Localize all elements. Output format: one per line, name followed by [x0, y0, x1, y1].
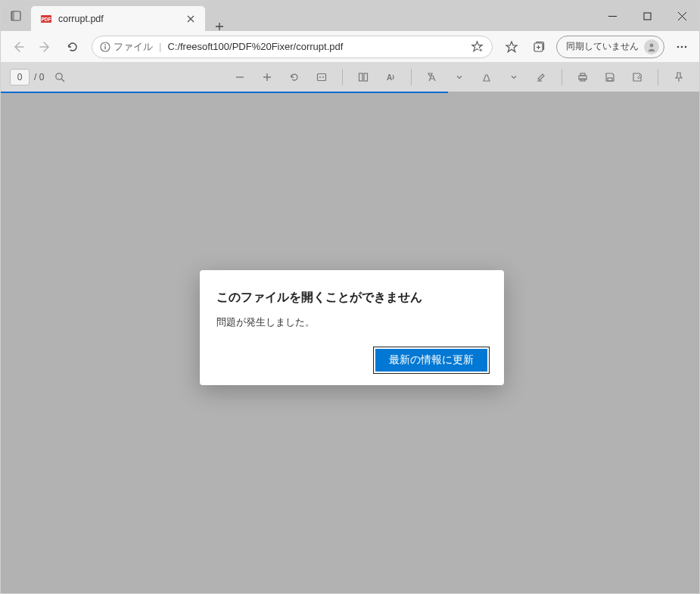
print-button[interactable]	[571, 66, 594, 89]
new-tab-button[interactable]	[207, 22, 232, 31]
window-close-button[interactable]	[664, 1, 699, 31]
tab-strip: PDF corrupt.pdf	[31, 1, 232, 31]
svg-point-13	[685, 45, 687, 48]
dialog-title: このファイルを開くことができません	[216, 290, 487, 306]
plus-icon	[215, 22, 224, 31]
rotate-button[interactable]	[283, 66, 306, 89]
plus-icon	[262, 72, 272, 82]
person-icon	[646, 42, 657, 52]
arrow-left-icon	[11, 40, 25, 54]
svg-point-11	[677, 45, 680, 48]
svg-rect-7	[104, 46, 105, 49]
favorites-button[interactable]	[499, 34, 524, 60]
chevron-down-icon	[456, 73, 463, 81]
svg-text:PDF: PDF	[42, 17, 51, 22]
info-icon	[100, 42, 110, 52]
dialog-message: 問題が発生しました。	[216, 316, 487, 329]
highlighter-icon	[426, 71, 438, 83]
svg-rect-18	[359, 73, 363, 81]
tab-close-button[interactable]	[184, 12, 198, 26]
svg-point-6	[104, 44, 106, 45]
svg-text:A: A	[387, 73, 392, 82]
error-dialog: このファイルを開くことができません 問題が発生しました。 最新の情報に更新	[200, 270, 504, 385]
star-add-icon	[471, 40, 484, 53]
save-icon	[604, 71, 616, 83]
page-total: / 0	[34, 72, 44, 82]
svg-point-10	[650, 43, 654, 47]
favorite-add-button[interactable]	[468, 38, 486, 56]
fit-page-button[interactable]	[310, 66, 333, 89]
sync-label: 同期していません	[566, 41, 639, 52]
page-view-icon	[357, 71, 369, 83]
window-titlebar: PDF corrupt.pdf	[1, 1, 699, 31]
pdf-viewport: このファイルを開くことができません 問題が発生しました。 最新の情報に更新	[1, 93, 699, 594]
highlight-button[interactable]	[421, 66, 443, 89]
pdf-favicon: PDF	[40, 13, 52, 25]
tab-actions-menu[interactable]	[1, 1, 31, 31]
browser-tab[interactable]: PDF corrupt.pdf	[31, 6, 205, 31]
chevron-down-icon	[510, 73, 518, 81]
find-button[interactable]	[48, 66, 71, 89]
window-controls	[595, 1, 699, 31]
tab-actions-icon	[10, 10, 22, 22]
save-button[interactable]	[599, 66, 621, 89]
tab-title: corrupt.pdf	[58, 14, 178, 24]
rotate-icon	[288, 71, 300, 83]
read-aloud-icon: A	[384, 71, 397, 83]
svg-point-16	[319, 76, 321, 78]
maximize-icon	[643, 12, 652, 20]
svg-rect-15	[318, 74, 326, 81]
read-aloud-button[interactable]: A	[379, 66, 402, 89]
svg-rect-22	[580, 73, 585, 76]
address-divider: |	[159, 41, 161, 52]
zoom-out-button[interactable]	[229, 66, 251, 89]
pdf-toolbar: / 0 A	[1, 63, 699, 92]
settings-more-button[interactable]	[669, 34, 695, 60]
zoom-in-button[interactable]	[256, 66, 278, 89]
window-maximize-button[interactable]	[630, 1, 664, 31]
refresh-dialog-button[interactable]: 最新の情報に更新	[375, 349, 487, 372]
star-icon	[505, 40, 518, 54]
collections-icon	[532, 40, 546, 54]
site-info[interactable]: ファイル	[100, 40, 153, 54]
svg-point-14	[56, 73, 62, 79]
back-button[interactable]	[5, 34, 31, 60]
pin-toolbar-button[interactable]	[667, 66, 690, 89]
address-bar[interactable]: ファイル | C:/freesoft100/PDF%20Fixer/corrup…	[92, 36, 493, 58]
save-as-button[interactable]	[626, 66, 649, 89]
eraser-icon	[535, 71, 547, 83]
page-number-input[interactable]	[10, 69, 30, 86]
refresh-button[interactable]	[60, 34, 86, 60]
svg-rect-19	[364, 73, 368, 81]
profile-sync-pill[interactable]: 同期していません	[556, 36, 664, 58]
browser-navbar: ファイル | C:/freesoft100/PDF%20Fixer/corrup…	[1, 31, 699, 63]
save-as-icon	[631, 71, 643, 83]
draw-dropdown[interactable]	[502, 66, 525, 89]
draw-button[interactable]	[475, 66, 498, 89]
close-icon	[678, 12, 686, 20]
svg-rect-1	[11, 11, 14, 20]
pen-icon	[481, 71, 493, 83]
close-icon	[187, 15, 194, 23]
refresh-icon	[66, 40, 79, 54]
page-view-button[interactable]	[352, 66, 375, 89]
arrow-right-icon	[39, 40, 52, 54]
fit-page-icon	[316, 71, 328, 83]
pin-icon	[673, 71, 685, 83]
minus-icon	[235, 72, 245, 82]
erase-button[interactable]	[530, 66, 552, 89]
window-minimize-button[interactable]	[595, 1, 630, 31]
svg-rect-24	[608, 78, 612, 81]
ellipsis-icon	[676, 41, 688, 53]
print-icon	[577, 71, 589, 83]
svg-point-12	[681, 45, 683, 48]
protocol-label: ファイル	[114, 40, 153, 54]
forward-button[interactable]	[33, 34, 58, 60]
svg-point-17	[322, 76, 324, 78]
svg-rect-4	[644, 13, 651, 20]
highlight-dropdown[interactable]	[448, 66, 471, 89]
avatar	[644, 39, 659, 54]
collections-button[interactable]	[526, 34, 552, 60]
address-path: C:/freesoft100/PDF%20Fixer/corrupt.pdf	[167, 41, 343, 52]
search-icon	[54, 71, 66, 83]
